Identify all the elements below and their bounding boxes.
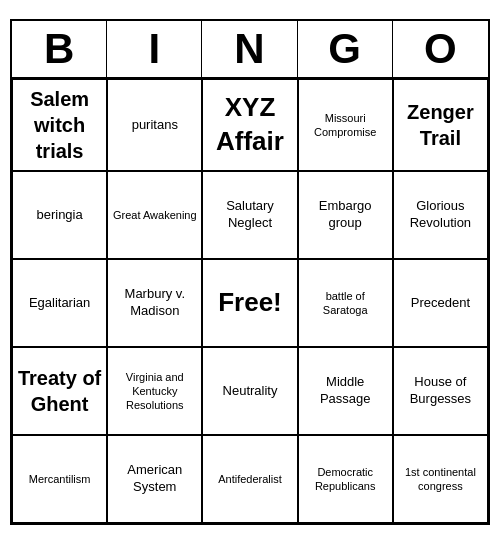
bingo-cell: House of Burgesses: [393, 347, 488, 435]
bingo-cell: Zenger Trail: [393, 79, 488, 171]
bingo-header: BINGO: [12, 21, 488, 79]
bingo-cell: 1st continental congress: [393, 435, 488, 523]
bingo-cell: battle of Saratoga: [298, 259, 393, 347]
bingo-card: BINGO Salem witch trialspuritansXYZ Affa…: [10, 19, 490, 525]
bingo-cell: Democratic Republicans: [298, 435, 393, 523]
bingo-cell: Salutary Neglect: [202, 171, 297, 259]
bingo-cell: Neutrality: [202, 347, 297, 435]
bingo-cell: American System: [107, 435, 202, 523]
bingo-cell: puritans: [107, 79, 202, 171]
bingo-cell: Antifederalist: [202, 435, 297, 523]
header-letter: O: [393, 21, 488, 79]
bingo-cell: Salem witch trials: [12, 79, 107, 171]
bingo-grid: Salem witch trialspuritansXYZ AffairMiss…: [12, 79, 488, 523]
bingo-cell: Egalitarian: [12, 259, 107, 347]
header-letter: N: [202, 21, 297, 79]
bingo-cell: Treaty of Ghent: [12, 347, 107, 435]
bingo-cell: Glorious Revolution: [393, 171, 488, 259]
bingo-cell: Embargo group: [298, 171, 393, 259]
bingo-cell: Middle Passage: [298, 347, 393, 435]
bingo-cell: XYZ Affair: [202, 79, 297, 171]
bingo-cell: beringia: [12, 171, 107, 259]
bingo-cell: Precedent: [393, 259, 488, 347]
bingo-cell: Marbury v. Madison: [107, 259, 202, 347]
bingo-cell: Mercantilism: [12, 435, 107, 523]
bingo-cell: Free!: [202, 259, 297, 347]
bingo-cell: Missouri Compromise: [298, 79, 393, 171]
header-letter: B: [12, 21, 107, 79]
bingo-cell: Great Awakening: [107, 171, 202, 259]
header-letter: I: [107, 21, 202, 79]
bingo-cell: Virginia and Kentucky Resolutions: [107, 347, 202, 435]
header-letter: G: [298, 21, 393, 79]
